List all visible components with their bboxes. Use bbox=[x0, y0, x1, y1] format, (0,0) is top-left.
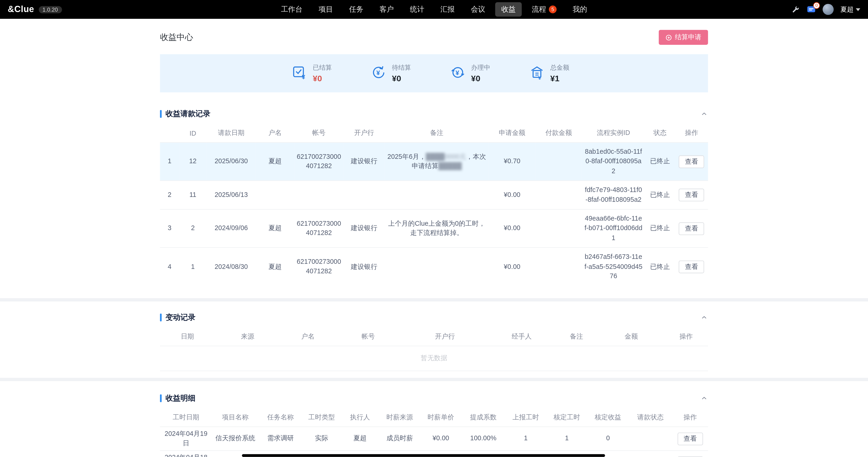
request-date: 2025/06/13 bbox=[207, 181, 256, 209]
row-index: 2 bbox=[160, 181, 179, 209]
settlement-apply-label: 结算申请 bbox=[675, 33, 701, 42]
column-header: 付款金额 bbox=[535, 124, 582, 142]
status-badge: 已终止 bbox=[645, 209, 675, 248]
view-button[interactable]: 查看 bbox=[679, 155, 704, 168]
redacted-text: █████ bbox=[438, 162, 462, 170]
empty-state-text: 暂无数据 bbox=[160, 346, 708, 371]
svg-text:¥: ¥ bbox=[302, 73, 305, 80]
column-header: 金额 bbox=[598, 328, 664, 346]
column-header: 帐号 bbox=[294, 124, 343, 142]
app-logo[interactable]: &Clue bbox=[8, 4, 34, 14]
nav-item[interactable]: 流程5 bbox=[526, 2, 563, 17]
column-header: 请款日期 bbox=[207, 124, 256, 142]
record-id: 2 bbox=[179, 209, 207, 248]
nav-item[interactable]: 统计 bbox=[404, 2, 430, 17]
claim-status bbox=[629, 451, 673, 457]
svg-text:¥: ¥ bbox=[376, 69, 380, 76]
stat-total: ¥ 总金额 ¥1 bbox=[529, 64, 576, 83]
row-index: 3 bbox=[160, 209, 179, 248]
column-header: 上报工时 bbox=[505, 408, 546, 427]
nav-item-label: 项目 bbox=[319, 5, 333, 13]
payment-record-row: 3 2 2024/09/06 夏超 6217002730004071282 建设… bbox=[160, 209, 708, 248]
nav-item[interactable]: 汇报 bbox=[434, 2, 461, 17]
row-actions: 查看 bbox=[675, 248, 708, 286]
nav-item[interactable]: 项目 bbox=[313, 2, 339, 17]
earning-details-section: 收益明细 工时日期 bbox=[0, 381, 868, 457]
navbar-actions: 0 夏超 bbox=[792, 4, 860, 15]
row-actions: 查看 bbox=[672, 451, 708, 457]
column-header: 来源 bbox=[215, 328, 280, 346]
pending-refresh-icon: ¥ bbox=[371, 65, 386, 82]
column-header: 帐号 bbox=[335, 328, 401, 346]
stat-pending: ¥ 待结算 ¥0 bbox=[371, 64, 418, 83]
nav-item[interactable]: 收益 bbox=[495, 2, 522, 17]
settlement-apply-button[interactable]: 结算申请 bbox=[659, 30, 708, 45]
avatar[interactable] bbox=[823, 4, 834, 15]
column-header: 时薪来源 bbox=[379, 408, 421, 427]
row-actions: 查看 bbox=[675, 181, 708, 209]
view-button[interactable]: 查看 bbox=[677, 432, 703, 445]
status-badge: 已终止 bbox=[645, 248, 675, 286]
stat-value: ¥0 bbox=[471, 74, 490, 83]
column-header: 流程实例ID bbox=[582, 124, 645, 142]
panel-title: 变动记录 bbox=[165, 313, 195, 323]
nav-item[interactable]: 工作台 bbox=[275, 2, 309, 17]
row-index: 1 bbox=[160, 142, 179, 181]
table-header-row: 工时日期 项目名称 任务名称 工时类型 执行人 时薪来源 时薪单价 提成系数 上… bbox=[160, 408, 708, 427]
version-badge: 1.0.20 bbox=[38, 6, 62, 13]
nav-item[interactable]: 会议 bbox=[465, 2, 491, 17]
column-header: 操作 bbox=[664, 328, 708, 346]
column-header: 工时类型 bbox=[302, 408, 341, 427]
view-button[interactable]: 查看 bbox=[679, 189, 704, 201]
accent-bar bbox=[160, 394, 161, 402]
row-actions: 查看 bbox=[675, 142, 708, 181]
column-header: 项目名称 bbox=[212, 408, 258, 427]
panel-header: 收益明细 bbox=[160, 393, 708, 403]
remark bbox=[384, 248, 489, 286]
approved-hours: 1 bbox=[546, 427, 588, 451]
remark bbox=[384, 181, 489, 209]
chevron-down-icon bbox=[856, 8, 860, 11]
flow-instance-id: b2467a5f-6673-11ef-a5a5-5254009d4576 bbox=[582, 248, 645, 286]
tools-wrench-icon[interactable] bbox=[792, 5, 800, 14]
rate-source: 成员时薪 bbox=[379, 427, 421, 451]
column-header: 开户行 bbox=[401, 328, 489, 346]
page-header: 收益中心 结算申请 bbox=[160, 27, 708, 54]
flow-instance-id: 49eaa66e-6bfc-11ef-b071-00ff10d06dd1 bbox=[582, 209, 645, 248]
stat-value: ¥0 bbox=[313, 74, 332, 83]
collapse-chevron-icon[interactable] bbox=[700, 110, 708, 118]
column-header: ID bbox=[179, 124, 207, 142]
column-header: 操作 bbox=[675, 124, 708, 142]
stat-value: ¥0 bbox=[392, 74, 411, 83]
user-menu[interactable]: 夏超 bbox=[840, 5, 860, 14]
claim-status bbox=[629, 427, 673, 451]
nav-item[interactable]: 我的 bbox=[566, 2, 593, 17]
view-button[interactable]: 查看 bbox=[679, 222, 704, 235]
column-header: 备注 bbox=[384, 124, 489, 142]
collapse-chevron-icon[interactable] bbox=[700, 394, 708, 402]
column-header bbox=[160, 124, 179, 142]
executor: 夏超 bbox=[341, 427, 379, 451]
apply-amount: ¥0.70 bbox=[489, 142, 535, 181]
summary-strip: ¥ 已结算 ¥0 ¥ 待结算 ¥0 bbox=[160, 54, 708, 92]
collapse-chevron-icon[interactable] bbox=[700, 314, 708, 321]
row-actions: 查看 bbox=[672, 427, 708, 451]
main-content: 收益中心 结算申请 ¥ 已结算 ¥0 bbox=[0, 19, 868, 457]
nav-item[interactable]: 客户 bbox=[373, 2, 400, 17]
account-number: 6217002730004071282 bbox=[294, 248, 343, 286]
accent-bar bbox=[160, 314, 161, 321]
nav-item[interactable]: 任务 bbox=[343, 2, 370, 17]
account-number: 6217002730004071282 bbox=[294, 142, 343, 181]
total-bank-icon: ¥ bbox=[529, 65, 545, 82]
view-button[interactable]: 查看 bbox=[679, 260, 704, 273]
flow-instance-id: fdfc7e79-4803-11f0-8faf-00ff108095a2 bbox=[582, 181, 645, 209]
accent-bar bbox=[160, 110, 161, 118]
nav-item-label: 我的 bbox=[572, 5, 587, 13]
bank-name: 建设银行 bbox=[343, 209, 384, 248]
payment-record-row: 2 11 2025/06/13 ¥0.00 fdfc7e79-48 bbox=[160, 181, 708, 209]
navbar-brand: &Clue 1.0.20 bbox=[8, 4, 62, 14]
panel-header: 变动记录 bbox=[160, 313, 708, 323]
messages-icon[interactable]: 0 bbox=[807, 5, 816, 14]
hourly-rate: ¥0.00 bbox=[420, 427, 461, 451]
payment-record-row: 1 12 2025/06/30 夏超 6217002730004071282 建… bbox=[160, 142, 708, 181]
